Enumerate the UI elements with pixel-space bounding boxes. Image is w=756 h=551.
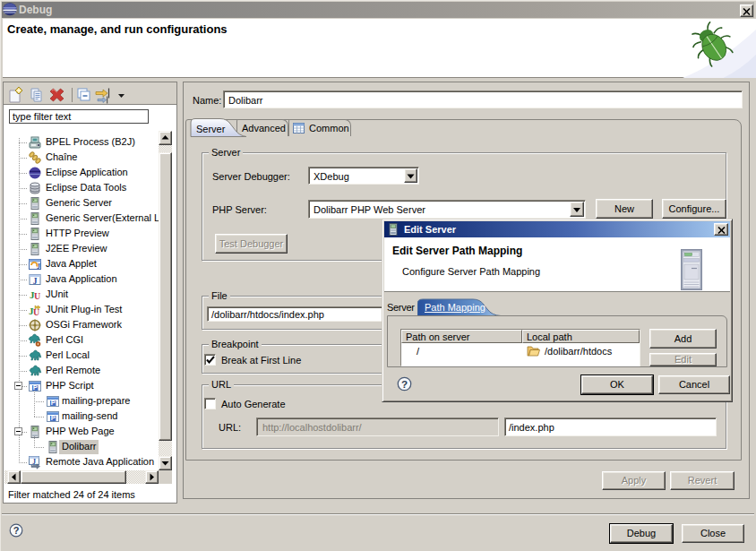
svg-text:P: P — [51, 399, 56, 407]
svg-text:P: P — [51, 414, 56, 422]
svg-text:J: J — [32, 458, 36, 466]
svg-text:U: U — [34, 291, 40, 301]
svg-text:J: J — [33, 277, 38, 286]
svg-text:?: ? — [401, 378, 408, 390]
svg-text:J: J — [37, 263, 40, 271]
svg-text:?: ? — [13, 525, 20, 536]
svg-text:U: U — [33, 307, 39, 317]
